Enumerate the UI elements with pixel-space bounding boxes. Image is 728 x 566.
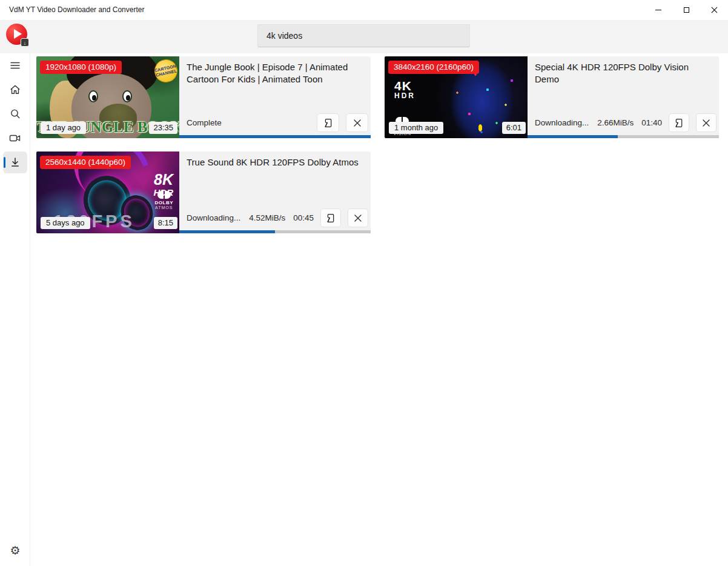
video-thumbnail: 120FPS 8K HDR DOLBY ATMOS 2560x1440 (144… — [36, 151, 179, 233]
status-row: Complete — [187, 113, 368, 132]
age-badge: 1 month ago — [389, 122, 443, 134]
sidebar-item-home[interactable] — [0, 78, 30, 102]
app-window: VdM YT Video Downloader and Converter ↓ — [0, 0, 728, 566]
progress-fill — [528, 135, 618, 138]
minimize-icon — [655, 10, 661, 10]
card-info-panel: The Jungle Book | Episode 7 | Animated C… — [179, 56, 371, 138]
minimize-button[interactable] — [644, 0, 672, 20]
close-button[interactable] — [700, 0, 728, 20]
resolution-badge: 2560x1440 (1440p60) — [40, 156, 131, 169]
sidebar-item-downloads[interactable] — [0, 150, 30, 175]
duration-badge: 23:35 — [149, 122, 177, 134]
cancel-download-button[interactable] — [696, 113, 716, 132]
download-card: THE JUNGLE BOOK CARTOON CHANNEL 1920x108… — [36, 56, 371, 138]
open-folder-button[interactable] — [320, 208, 341, 227]
status-text: Downloading... — [535, 118, 589, 127]
open-folder-icon — [323, 118, 334, 128]
video-title: True Sound 8K HDR 120FPS Dolby Atmos — [187, 156, 365, 168]
video-camera-icon — [8, 132, 22, 144]
eta-text: 01:40 — [641, 118, 662, 127]
video-title: The Jungle Book | Episode 7 | Animated C… — [187, 61, 365, 85]
status-row: Downloading... 2.66MiB/s 01:40 — [535, 113, 716, 132]
download-card: 4K HDR DOLBY VISION 3840x2160 (2160p60) … — [385, 56, 719, 138]
gear-icon: ⚙ — [10, 544, 20, 558]
dolby-atmos-logo: DOLBY ATMOS — [155, 191, 174, 210]
card-info-panel: True Sound 8K HDR 120FPS Dolby Atmos Dow… — [179, 151, 371, 233]
open-folder-icon — [325, 213, 336, 224]
open-folder-icon — [673, 118, 684, 128]
video-thumbnail: THE JUNGLE BOOK CARTOON CHANNEL 1920x108… — [36, 56, 179, 138]
close-icon — [711, 7, 718, 13]
header: ↓ — [0, 20, 728, 53]
sidebar-item-videos[interactable] — [0, 126, 30, 150]
age-badge: 1 day ago — [41, 122, 86, 134]
download-icon — [9, 156, 21, 168]
title-bar: VdM YT Video Downloader and Converter — [0, 0, 728, 20]
status-text: Downloading... — [187, 213, 240, 222]
close-x-icon — [354, 214, 362, 222]
app-logo: ↓ — [6, 24, 27, 45]
sidebar-item-search[interactable] — [0, 102, 30, 126]
close-x-icon — [353, 119, 362, 127]
play-icon — [14, 29, 22, 39]
open-folder-button[interactable] — [317, 113, 339, 132]
status-text: Complete — [187, 118, 222, 127]
home-icon — [9, 84, 21, 96]
sidebar-item-menu[interactable] — [0, 53, 30, 78]
maximize-icon — [684, 7, 689, 13]
card-info-panel: Special 4K HDR 120FPS Dolby Vision Demo … — [528, 56, 719, 138]
sidebar-item-settings[interactable]: ⚙ — [0, 538, 30, 562]
window-controls — [644, 0, 728, 20]
selected-indicator — [4, 157, 5, 168]
progress-fill — [179, 135, 371, 138]
resolution-badge: 3840x2160 (2160p60) — [388, 61, 479, 74]
age-badge: 5 days ago — [41, 217, 90, 229]
resolution-badge: 1920x1080 (1080p) — [40, 61, 122, 74]
thumbnail-4k-hdr-label: 4K HDR — [394, 79, 415, 100]
eta-text: 00:45 — [293, 213, 314, 222]
open-folder-button[interactable] — [669, 113, 689, 132]
cancel-download-button[interactable] — [348, 208, 368, 227]
cancel-download-button[interactable] — [346, 113, 368, 132]
status-row: Downloading... 4.52MiB/s 00:45 — [187, 208, 368, 227]
video-title: Special 4K HDR 120FPS Dolby Vision Demo — [535, 61, 713, 85]
download-card: 120FPS 8K HDR DOLBY ATMOS 2560x1440 (144… — [36, 151, 371, 233]
dolby-dd-icon — [157, 191, 171, 199]
search-input[interactable] — [257, 24, 470, 47]
progress-bar — [179, 230, 371, 233]
search-icon — [9, 108, 21, 120]
maximize-button[interactable] — [672, 0, 700, 20]
duration-badge: 8:15 — [154, 217, 177, 229]
menu-icon — [9, 59, 21, 72]
speed-text: 4.52MiB/s — [249, 213, 285, 222]
duration-badge: 6:01 — [502, 122, 526, 134]
progress-bar — [179, 135, 371, 138]
speed-text: 2.66MiB/s — [597, 118, 634, 127]
close-x-icon — [702, 119, 710, 127]
sidebar: ⚙ — [0, 53, 30, 566]
progress-fill — [179, 230, 275, 233]
app-title: VdM YT Video Downloader and Converter — [9, 0, 144, 20]
download-badge-icon: ↓ — [21, 38, 29, 47]
video-thumbnail: 4K HDR DOLBY VISION 3840x2160 (2160p60) … — [385, 56, 528, 138]
progress-bar — [528, 135, 719, 138]
